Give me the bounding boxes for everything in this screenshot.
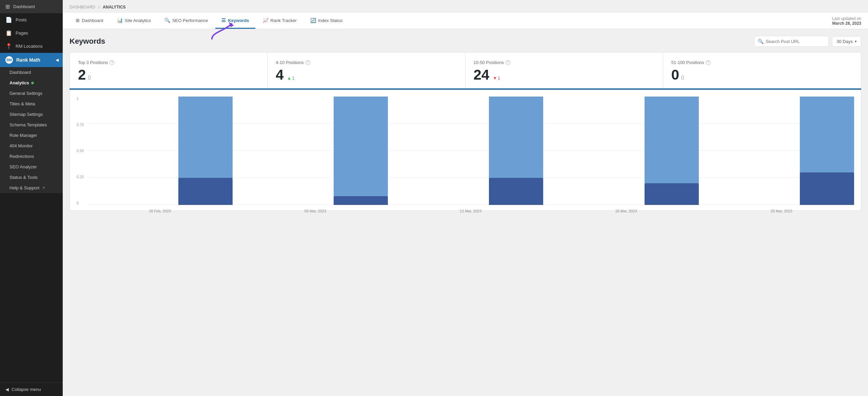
sidebar-item-posts[interactable]: 📄 Posts <box>0 13 63 26</box>
sidebar-submenu-sitemap-settings[interactable]: Sitemap Settings <box>0 109 63 120</box>
bar-group-3: 18 Mar, 2023 <box>553 97 698 205</box>
tab-rank-tracker[interactable]: 📈 Rank Tracker <box>257 13 303 29</box>
sidebar-submenu-404-monitor[interactable]: 404 Monitor <box>0 141 63 151</box>
card-top3: Top 3 Positions ? 2 0 <box>70 53 268 88</box>
search-post-url-input[interactable] <box>766 39 825 44</box>
breadcrumb-parent[interactable]: DASHBOARD <box>70 5 95 9</box>
collapse-icon: ◀ <box>5 387 9 392</box>
help-icon-10-50[interactable]: ? <box>506 60 510 65</box>
card-4-10-delta: ▲ 1 <box>287 76 295 81</box>
sidebar-submenu-general-settings[interactable]: General Settings <box>0 88 63 99</box>
y-label-50: 0.50 <box>77 149 84 153</box>
help-icon-4-10[interactable]: ? <box>305 60 310 65</box>
chevron-down-icon: ▾ <box>855 39 857 44</box>
bar-stack-2 <box>489 97 543 205</box>
arrow-up-icon: ▲ <box>287 76 292 81</box>
bar-segment-bottom-4 <box>800 172 854 205</box>
rank-math-logo: RM <box>5 56 13 64</box>
bar-group-2: 12 Mar, 2023 <box>398 97 543 205</box>
help-icon-51-100[interactable]: ? <box>706 60 711 65</box>
collapse-menu-button[interactable]: ◀ Collapse menu <box>0 382 63 396</box>
tab-dashboard[interactable]: ⊞ Dashboard <box>70 13 110 29</box>
dashboard-icon: ⊞ <box>5 3 10 10</box>
tab-site-analytics[interactable]: 📊 Site Analytics <box>111 13 157 29</box>
location-icon: 📍 <box>5 43 12 49</box>
sidebar-item-rm-locations[interactable]: 📍 RM Locations <box>0 40 63 53</box>
days-filter-dropdown[interactable]: 30 Days ▾ <box>832 36 861 47</box>
tab-index-status[interactable]: 🔄 Index Status <box>304 13 349 29</box>
green-dot-indicator <box>31 82 34 84</box>
bar-stack-0 <box>178 97 233 205</box>
card-51-100-sub: 0 <box>681 75 684 81</box>
card-10-50-big-num: 24 <box>474 68 490 82</box>
card-51-100-big-num: 0 <box>671 68 679 82</box>
chart-area: 0 0.25 0.50 0.75 1 28 Feb, 202306 Mar, 2… <box>70 90 861 211</box>
days-filter-label: 30 Days <box>836 39 853 44</box>
bar-segment-bottom-2 <box>489 178 543 205</box>
help-icon-top3[interactable]: ? <box>110 60 114 65</box>
breadcrumb-separator: / <box>98 5 99 9</box>
bar-label-0: 28 Feb, 2023 <box>149 209 171 213</box>
breadcrumb: DASHBOARD / ANALYTICS <box>63 0 868 13</box>
card-top3-value: 2 0 <box>78 68 259 82</box>
arrow-down-icon: ▼ <box>493 76 497 81</box>
bar-segment-top-1 <box>334 97 388 196</box>
rank-math-title: Rank Math <box>16 57 40 63</box>
external-link-icon: ↗ <box>42 186 45 190</box>
breadcrumb-current: ANALYTICS <box>103 5 126 9</box>
bar-segment-top-2 <box>489 97 543 178</box>
bar-label-1: 06 Mar, 2023 <box>304 209 326 213</box>
tab-index-status-icon: 🔄 <box>310 18 316 23</box>
y-label-0: 0 <box>77 201 84 205</box>
sidebar-submenu-dashboard[interactable]: Dashboard <box>0 67 63 78</box>
card-top3-big-num: 2 <box>78 68 86 82</box>
posts-icon: 📄 <box>5 17 12 23</box>
tab-keywords-icon: ☰ <box>221 18 226 23</box>
sidebar-submenu-seo-analyzer[interactable]: SEO Analyzer <box>0 162 63 172</box>
sidebar-item-rank-math[interactable]: RM Rank Math ◀ <box>0 53 63 67</box>
card-10-50: 10-50 Positions ? 24 ▼ 1 <box>466 53 663 88</box>
tab-seo-performance[interactable]: 🔍 SEO Performance <box>158 13 214 29</box>
bar-group-1: 06 Mar, 2023 <box>243 97 388 205</box>
content-area: Keywords 🔍 30 Days ▾ Top 3 Positions ? <box>63 29 868 396</box>
sidebar-submenu-redirections[interactable]: Redirections <box>0 151 63 162</box>
card-4-10: 4-10 Positions ? 4 ▲ 1 <box>268 53 465 88</box>
card-4-10-title: 4-10 Positions ? <box>276 60 457 65</box>
bar-group-0: 28 Feb, 2023 <box>87 97 232 205</box>
card-4-10-big-num: 4 <box>276 68 283 82</box>
sidebar-submenu-status-tools[interactable]: Status & Tools <box>0 172 63 183</box>
search-icon: 🔍 <box>758 39 764 44</box>
tab-seo-performance-icon: 🔍 <box>164 18 170 23</box>
bar-label-2: 12 Mar, 2023 <box>460 209 481 213</box>
position-cards: Top 3 Positions ? 2 0 4-10 Positions ? 4… <box>70 52 861 88</box>
analytics-row: Analytics <box>9 80 34 85</box>
bar-stack-3 <box>645 97 699 205</box>
sidebar-submenu-titles-meta[interactable]: Titles & Meta <box>0 99 63 109</box>
bar-segment-bottom-3 <box>645 183 699 205</box>
chevron-left-icon: ◀ <box>56 58 59 62</box>
search-post-url-container[interactable]: 🔍 <box>754 36 829 47</box>
bar-label-3: 18 Mar, 2023 <box>615 209 637 213</box>
card-4-10-value: 4 ▲ 1 <box>276 68 457 82</box>
sidebar-submenu-help-support[interactable]: Help & Support ↗ <box>0 183 63 193</box>
sidebar-submenu-role-manager[interactable]: Role Manager <box>0 130 63 141</box>
card-10-50-delta: ▼ 1 <box>493 76 500 81</box>
tab-keywords[interactable]: ☰ Keywords <box>215 13 255 29</box>
card-10-50-title: 10-50 Positions ? <box>474 60 655 65</box>
y-label-1: 1 <box>77 97 84 101</box>
last-updated-date: March 28, 2023 <box>832 21 861 26</box>
card-51-100-value: 0 0 <box>671 68 853 82</box>
card-top3-title: Top 3 Positions ? <box>78 60 259 65</box>
sidebar-submenu-schema-templates[interactable]: Schema Templates <box>0 120 63 130</box>
bar-segment-bottom-1 <box>334 196 388 205</box>
sidebar-item-pages[interactable]: 📋 Pages <box>0 26 63 40</box>
bar-segment-bottom-0 <box>178 178 233 205</box>
sidebar-submenu: Dashboard Analytics General Settings Tit… <box>0 67 63 193</box>
bar-segment-top-4 <box>800 97 854 172</box>
last-updated-label: Last updated on <box>832 16 861 21</box>
tab-dashboard-icon: ⊞ <box>76 18 80 23</box>
sidebar-item-dashboard[interactable]: ⊞ Dashboard <box>0 0 63 13</box>
main-content: DASHBOARD / ANALYTICS ⊞ Dashboard 📊 Site… <box>63 0 868 396</box>
bar-group-4: 25 Mar, 2023 <box>709 97 854 205</box>
sidebar-submenu-analytics[interactable]: Analytics <box>0 78 63 88</box>
